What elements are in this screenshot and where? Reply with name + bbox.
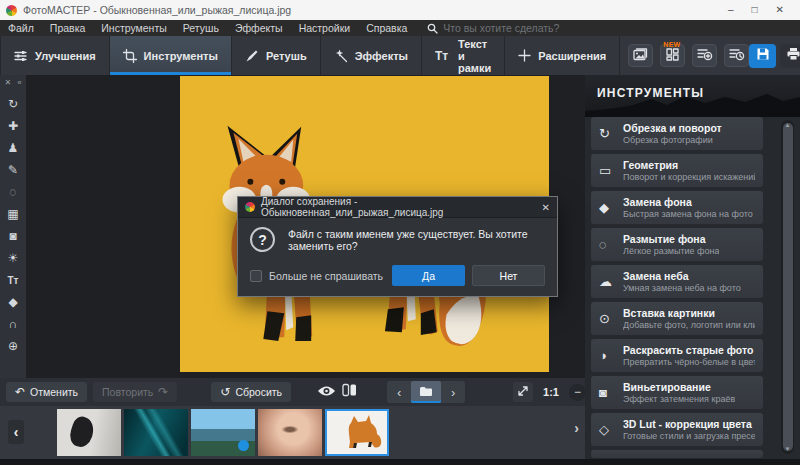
tab-enhancements[interactable]: Улучшения bbox=[0, 36, 110, 75]
tool-item-sky-replace[interactable]: ☁ Замена неба Умная замена неба на фото bbox=[591, 265, 763, 298]
clone-stamp-tool-icon[interactable]: ♟ bbox=[0, 137, 26, 159]
healing-patch-tool-icon[interactable]: ✚ bbox=[0, 115, 26, 137]
tool-subtitle: Умная замена неба на фото bbox=[623, 283, 741, 294]
plus-icon bbox=[518, 49, 531, 62]
dont-ask-checkbox[interactable] bbox=[250, 270, 262, 282]
tab-label: Улучшения bbox=[35, 50, 96, 62]
text-tool-icon[interactable]: Tт bbox=[0, 269, 26, 291]
thumbnail-portrait[interactable] bbox=[258, 409, 322, 456]
menu-tools[interactable]: Инструменты bbox=[101, 22, 166, 34]
yes-button[interactable]: Да bbox=[392, 265, 465, 286]
menu-settings[interactable]: Настройки bbox=[299, 22, 351, 34]
app-logo-icon bbox=[6, 5, 17, 16]
tab-extensions[interactable]: Расширения bbox=[505, 36, 620, 75]
brush-tool-icon[interactable]: ✎ bbox=[0, 159, 26, 181]
open-folder-button[interactable] bbox=[411, 381, 441, 403]
thumbnail-landscape[interactable] bbox=[191, 409, 255, 456]
collage-button[interactable]: NEW bbox=[660, 44, 685, 67]
tool-item-insert-picture[interactable]: ⊙ Вставка картинки Добавьте фото, логоти… bbox=[591, 302, 763, 335]
scrollbar-thumb[interactable] bbox=[783, 123, 793, 451]
minimize-button[interactable]: – bbox=[728, 5, 734, 15]
menu-edit[interactable]: Правка bbox=[50, 22, 85, 34]
tool-item-crop-rotate[interactable]: ↻ Обрезка и поворот Обрезка фотографии bbox=[591, 117, 763, 150]
tool-item-vignette[interactable]: ◙ Виньетирование Эффект затемнения краёв bbox=[591, 376, 763, 409]
vignette-tool-icon[interactable]: ◙ bbox=[0, 225, 26, 247]
liquify-tool-icon[interactable]: ⊕ bbox=[0, 335, 26, 357]
tool-subtitle: Добавьте фото, логотип или клипарт bbox=[623, 320, 755, 331]
tool-item-background-replace[interactable]: ◆ Замена фона Быстрая замена фона на фот… bbox=[591, 191, 763, 224]
dialog-app-logo-icon bbox=[245, 202, 255, 212]
scroll-down-icon[interactable]: ▼ bbox=[785, 446, 791, 452]
menu-retouch[interactable]: Ретушь bbox=[183, 22, 219, 34]
actual-size-button[interactable]: 1:1 bbox=[540, 386, 562, 398]
prev-photo-button[interactable]: ‹ bbox=[387, 385, 411, 400]
tool-item-colorize[interactable]: ◑ Раскрасить старые фото Превратить чёрн… bbox=[591, 339, 763, 372]
undo-button[interactable]: ↶ Отменить bbox=[6, 382, 87, 402]
export-queue-button[interactable] bbox=[724, 44, 749, 67]
tab-retouch[interactable]: Ретушь bbox=[232, 36, 321, 75]
next-photo-button[interactable]: › bbox=[441, 385, 465, 400]
dialog-close-icon[interactable]: ✕ bbox=[542, 202, 550, 213]
background-tool-icon[interactable]: ◆ bbox=[0, 291, 26, 313]
panel-collapse-icon[interactable]: « bbox=[17, 78, 21, 87]
magnet-lasso-tool-icon[interactable]: ∩ bbox=[0, 313, 26, 335]
light-tool-icon[interactable]: ☀ bbox=[0, 247, 26, 269]
reset-button[interactable]: ↺ Сбросить bbox=[211, 382, 291, 402]
left-tool-rail: ✕ « ↻ ✚ ♟ ✎ ◌ ▦ ◙ ☀ Tт ◆ ∩ ⊕ bbox=[0, 75, 26, 378]
redo-label: Повторить bbox=[102, 386, 153, 398]
zoom-out-button[interactable]: − bbox=[569, 384, 586, 401]
filmstrip: ‹ › bbox=[0, 406, 585, 459]
filmstrip-prev-button[interactable]: ‹ bbox=[8, 420, 24, 444]
filmstrip-next-button[interactable]: › bbox=[574, 420, 579, 436]
menu-effects[interactable]: Эффекты bbox=[235, 22, 283, 34]
tool-item-background-blur[interactable]: ◌ Размытие фона Лёгкое размытие фона bbox=[591, 228, 763, 261]
reset-label: Сбросить bbox=[235, 386, 282, 398]
tools-scrollbar[interactable]: ▲ ▼ bbox=[781, 120, 794, 454]
no-button[interactable]: Нет bbox=[472, 265, 545, 286]
panel-close-icon[interactable]: ✕ bbox=[4, 78, 11, 87]
tool-item-partial[interactable] bbox=[591, 450, 763, 458]
dont-ask-label: Больше не спрашивать bbox=[269, 270, 383, 282]
graduated-filter-tool-icon[interactable]: ▦ bbox=[0, 203, 26, 225]
tab-label: Инструменты bbox=[144, 50, 218, 62]
close-button[interactable]: ✕ bbox=[776, 5, 784, 15]
search-icon bbox=[427, 23, 438, 34]
batch-history-icon bbox=[729, 47, 745, 65]
tool-item-3d-lut[interactable]: ◇ 3D Lut - коррекция цвета Готовые стили… bbox=[591, 413, 763, 446]
menu-file[interactable]: Файл bbox=[8, 22, 34, 34]
thumbnail-dancer[interactable] bbox=[57, 409, 121, 456]
batch-processing-button[interactable] bbox=[692, 44, 717, 67]
new-badge: NEW bbox=[663, 41, 680, 48]
tool-item-geometry[interactable]: ▭ Геометрия Поворот и коррекция искажени… bbox=[591, 154, 763, 187]
menu-help[interactable]: Справка bbox=[366, 22, 407, 34]
compare-before-after-button[interactable] bbox=[342, 383, 357, 401]
fit-to-screen-button[interactable] bbox=[513, 382, 533, 402]
save-button[interactable] bbox=[749, 44, 776, 68]
sliders-icon bbox=[14, 49, 28, 63]
tab-tools[interactable]: Инструменты bbox=[110, 36, 232, 75]
bottom-toolbar: ↶ Отменить Повторить ↷ ↺ Сбросить bbox=[0, 378, 585, 406]
print-button[interactable] bbox=[780, 44, 800, 68]
tab-text-frames[interactable]: Tт Текст и рамки bbox=[422, 36, 505, 75]
tab-label: Эффекты bbox=[355, 50, 408, 62]
radial-filter-tool-icon[interactable]: ◌ bbox=[0, 181, 26, 203]
photo-viewer-button[interactable] bbox=[628, 44, 653, 67]
tools-panel: ИНСТРУМЕНТЫ ↻ Обрезка и поворот Обрезка … bbox=[585, 75, 800, 459]
titlebar: ФотоМАСТЕР - Обыкновенная_или_рыжая_лиси… bbox=[0, 0, 800, 20]
crop-icon bbox=[123, 49, 137, 63]
tools-panel-header: ИНСТРУМЕНТЫ bbox=[585, 75, 800, 117]
tool-subtitle: Лёгкое размытие фона bbox=[623, 246, 719, 257]
crop-rotate-tool-icon[interactable]: ↻ bbox=[0, 93, 26, 115]
menubar: Файл Правка Инструменты Ретушь Эффекты Н… bbox=[0, 20, 800, 36]
redo-button[interactable]: Повторить ↷ bbox=[93, 382, 177, 402]
thumbnail-abstract[interactable] bbox=[124, 409, 188, 456]
preview-original-button[interactable] bbox=[317, 383, 336, 401]
undo-label: Отменить bbox=[30, 386, 78, 398]
eye-icon bbox=[317, 383, 336, 401]
scroll-up-icon[interactable]: ▲ bbox=[785, 122, 791, 128]
tab-effects[interactable]: Эффекты bbox=[321, 36, 422, 75]
help-search[interactable]: Что вы хотите сделать? bbox=[427, 22, 559, 34]
maximize-button[interactable]: □ bbox=[752, 5, 758, 15]
thumbnail-fox-selected[interactable] bbox=[325, 409, 389, 456]
tab-label: Текст и рамки bbox=[458, 38, 491, 74]
